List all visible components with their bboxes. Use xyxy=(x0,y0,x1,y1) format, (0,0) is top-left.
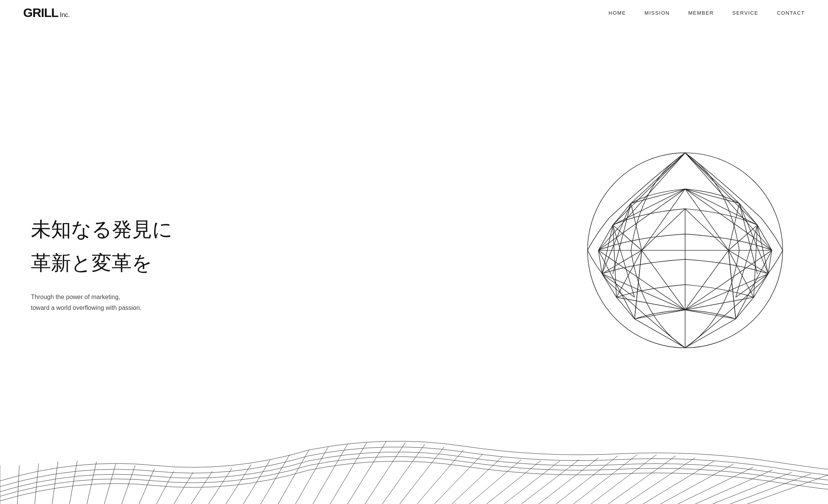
hero-subtitle: Through the power of marketing, toward a… xyxy=(31,291,173,314)
svg-line-87 xyxy=(313,444,348,504)
svg-line-56 xyxy=(685,189,757,225)
svg-line-90 xyxy=(365,442,406,504)
svg-line-104 xyxy=(608,456,676,504)
svg-line-55 xyxy=(613,189,685,225)
svg-line-77 xyxy=(139,468,154,504)
svg-line-95 xyxy=(452,457,502,504)
svg-line-16 xyxy=(736,297,754,319)
hero-title-2: 革新と変革を xyxy=(31,250,173,276)
svg-line-1 xyxy=(631,153,685,203)
svg-line-52 xyxy=(739,203,768,274)
hero-text-block: 未知なる発見に 革新と変革を Through the power of mark… xyxy=(31,216,173,314)
svg-line-88 xyxy=(330,442,367,504)
svg-line-23 xyxy=(613,225,642,250)
hero-section: 未知なる発見に 革新と変革を Through the power of mark… xyxy=(0,26,828,504)
svg-line-70 xyxy=(17,465,19,504)
svg-line-15 xyxy=(616,297,635,319)
svg-line-51 xyxy=(602,203,631,274)
svg-line-89 xyxy=(348,441,386,504)
svg-line-108 xyxy=(678,467,753,504)
svg-line-50 xyxy=(757,225,768,274)
svg-line-42 xyxy=(728,250,768,274)
svg-line-111 xyxy=(730,474,811,504)
logo-inc: Inc. xyxy=(60,12,70,19)
svg-line-105 xyxy=(626,458,695,504)
svg-line-71 xyxy=(35,463,39,504)
svg-line-45 xyxy=(616,250,641,297)
svg-line-72 xyxy=(52,462,58,504)
svg-line-63 xyxy=(635,310,685,319)
svg-line-62 xyxy=(685,297,754,310)
svg-line-25 xyxy=(642,189,685,250)
site-header: GRILL Inc. HOME MISSION MEMBER SERVICE C… xyxy=(0,0,828,26)
svg-line-68 xyxy=(685,250,772,310)
nav-contact[interactable]: CONTACT xyxy=(777,10,805,16)
svg-line-46 xyxy=(728,250,753,297)
svg-line-93 xyxy=(417,450,463,504)
svg-line-49 xyxy=(602,225,613,274)
svg-line-102 xyxy=(573,455,637,504)
svg-line-6 xyxy=(685,153,772,250)
svg-line-66 xyxy=(685,250,728,310)
nav-home[interactable]: HOME xyxy=(609,10,626,16)
hero-title-1: 未知なる発見に xyxy=(31,216,173,242)
svg-line-100 xyxy=(539,458,599,504)
hero-visual xyxy=(573,142,797,366)
svg-line-86 xyxy=(295,447,328,504)
svg-line-96 xyxy=(469,460,521,504)
svg-line-60 xyxy=(685,274,768,310)
nav-service[interactable]: SERVICE xyxy=(732,10,758,16)
svg-line-61 xyxy=(616,297,685,310)
svg-line-101 xyxy=(556,456,618,504)
svg-line-2 xyxy=(685,153,739,203)
svg-line-103 xyxy=(591,455,657,504)
svg-line-64 xyxy=(685,310,736,319)
svg-line-110 xyxy=(713,472,792,504)
svg-line-99 xyxy=(521,460,579,504)
svg-line-73 xyxy=(70,461,77,504)
svg-line-26 xyxy=(685,189,728,250)
svg-line-18 xyxy=(685,319,736,348)
hero-subtitle-line1: Through the power of marketing, xyxy=(31,293,120,300)
svg-line-21 xyxy=(631,203,642,250)
svg-line-94 xyxy=(434,454,483,504)
svg-line-78 xyxy=(156,471,174,504)
svg-line-22 xyxy=(728,203,739,250)
svg-line-84 xyxy=(261,455,290,504)
svg-line-80 xyxy=(191,471,212,504)
ground-mesh-icon xyxy=(0,427,828,504)
svg-line-74 xyxy=(87,462,97,504)
logo-grill: GRILL xyxy=(23,6,58,20)
svg-line-24 xyxy=(728,225,757,250)
svg-line-81 xyxy=(209,468,232,504)
svg-line-67 xyxy=(598,250,685,310)
svg-line-65 xyxy=(642,250,685,310)
nav-member[interactable]: MEMBER xyxy=(688,10,714,16)
svg-line-5 xyxy=(598,153,685,250)
svg-line-107 xyxy=(660,464,734,504)
svg-line-59 xyxy=(602,274,685,310)
svg-line-91 xyxy=(382,444,425,504)
svg-line-92 xyxy=(400,447,444,504)
logo[interactable]: GRILL Inc. xyxy=(23,6,70,20)
svg-line-109 xyxy=(695,470,772,504)
geodesic-sphere-icon xyxy=(573,142,797,366)
hero-subtitle-line2: toward a world overflowing with passion. xyxy=(31,304,141,311)
main-nav: HOME MISSION MEMBER SERVICE CONTACT xyxy=(609,10,805,16)
svg-line-106 xyxy=(643,461,714,504)
svg-line-83 xyxy=(243,460,270,504)
svg-line-17 xyxy=(635,319,685,348)
svg-line-13 xyxy=(602,274,616,297)
svg-line-76 xyxy=(122,465,135,504)
svg-line-41 xyxy=(602,250,642,274)
svg-line-79 xyxy=(174,472,193,504)
svg-line-14 xyxy=(754,274,768,297)
nav-mission[interactable]: MISSION xyxy=(645,10,670,16)
